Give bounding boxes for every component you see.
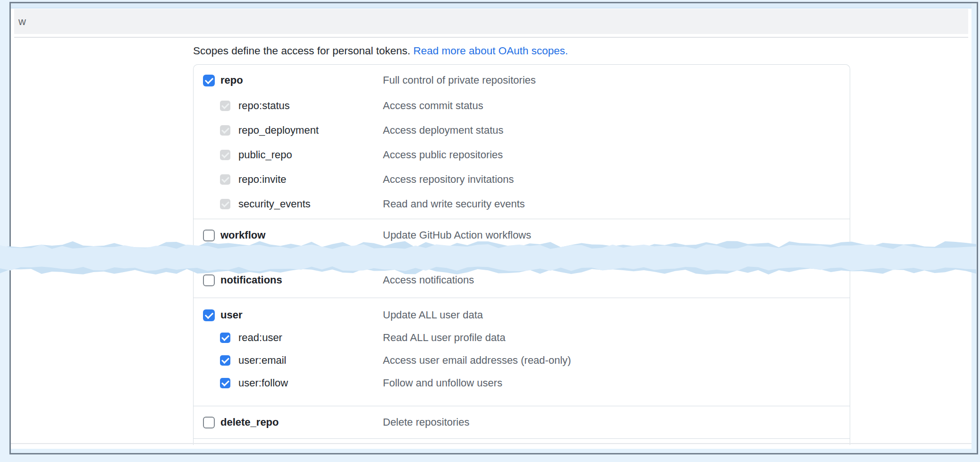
scope-row-left: repo:status [194,100,383,112]
scope-row-left: user:email [194,354,383,367]
scope-row-delete_repo: delete_repoDelete repositories [194,416,850,429]
scope-checkbox-read:user[interactable] [220,333,230,343]
scope-row-left: user [194,309,383,321]
scope-label: repo:invite [238,173,287,186]
scope-description: Access public repositories [383,149,503,161]
scope-row-repo:status: repo:statusAccess commit status [194,99,850,112]
scope-section-delete_repo: delete_repoDelete repositories [194,406,850,438]
torn-band [0,240,980,276]
scope-checkbox-repo[interactable] [203,75,215,86]
scope-description: Full control of private repositories [383,74,536,86]
scope-section-user: userUpdate ALL user dataread:userRead AL… [194,298,850,406]
scope-row-left: public_repo [194,149,383,161]
scope-label: security_events [238,198,311,210]
torn-edge-top [11,3,972,9]
scope-checkbox-repo_deployment [220,125,230,136]
scope-label: repo:status [238,100,290,112]
scope-label: user:email [238,354,286,367]
scope-description: Read and write security events [383,198,525,210]
scope-description: Delete repositories [383,416,469,428]
scopes-intro: Scopes define the access for personal to… [193,45,568,57]
scope-checkbox-notifications[interactable] [203,274,215,286]
scope-row-user:follow: user:followFollow and unfollow users [194,376,850,390]
titlebar-text: w [18,16,26,28]
scope-row-security_events: security_eventsRead and write security e… [194,197,850,211]
scope-row-left: repo [194,74,383,86]
scope-checkbox-delete_repo[interactable] [203,417,215,428]
scope-row-left: read:user [194,332,383,344]
scope-row-left: delete_repo [194,416,383,428]
scope-row-user: userUpdate ALL user data [194,308,850,322]
scope-children: repo:statusAccess commit statusrepo_depl… [194,99,850,211]
scope-checkbox-repo:invite [220,174,230,185]
scope-description: Access repository invitations [383,173,514,186]
page: { "titlebar": { "text": "w" }, "intro": … [0,0,980,462]
scope-description: Access deployment status [383,124,504,137]
scope-checkbox-public_repo [220,150,230,160]
scope-checkbox-workflow[interactable] [203,230,215,241]
titlebar[interactable]: w [14,9,968,34]
scope-description: Access user email addresses (read-only) [383,354,571,367]
scope-checkbox-user[interactable] [203,309,215,321]
scope-checkbox-security_events [220,199,230,209]
scope-section-repo: repoFull control of private repositories… [194,65,850,219]
scope-label: repo [220,74,243,86]
scope-row-repo:invite: repo:inviteAccess repository invitations [194,173,850,186]
scope-row-public_repo: public_repoAccess public repositories [194,148,850,162]
scope-description: Follow and unfollow users [383,377,502,389]
scope-description: Read ALL user profile data [383,332,506,344]
scope-label: user [220,309,242,321]
scope-row-left: user:follow [194,377,383,389]
oauth-scopes-link[interactable]: Read more about OAuth scopes. [414,45,568,57]
scope-label: user:follow [238,377,288,389]
scope-row-left: repo:invite [194,173,383,186]
scope-row-read:user: read:userRead ALL user profile data [194,331,850,344]
scopes-intro-text: Scopes define the access for personal to… [193,45,410,57]
scope-checkbox-user:email[interactable] [220,355,230,366]
scope-description: Update ALL user data [383,309,483,321]
scope-label: delete_repo [220,416,279,428]
scope-description: Access commit status [383,100,483,112]
scope-row-repo: repoFull control of private repositories [194,74,850,87]
content-bottom-divider [11,443,972,444]
scope-row-left: repo_deployment [194,124,383,137]
scope-label: repo_deployment [238,124,319,137]
scope-row-user:email: user:emailAccess user email addresses (r… [194,354,850,367]
scope-checkbox-user:follow[interactable] [220,378,230,388]
scope-row-repo_deployment: repo_deploymentAccess deployment status [194,124,850,137]
titlebar-divider [14,37,968,38]
scope-children: read:userRead ALL user profile datauser:… [194,331,850,390]
scope-label: public_repo [238,149,292,161]
scope-checkbox-repo:status [220,101,230,111]
scope-label: read:user [238,332,282,344]
browser-window: w Scopes define the access for personal … [11,3,972,449]
scope-row-left: security_events [194,198,383,210]
